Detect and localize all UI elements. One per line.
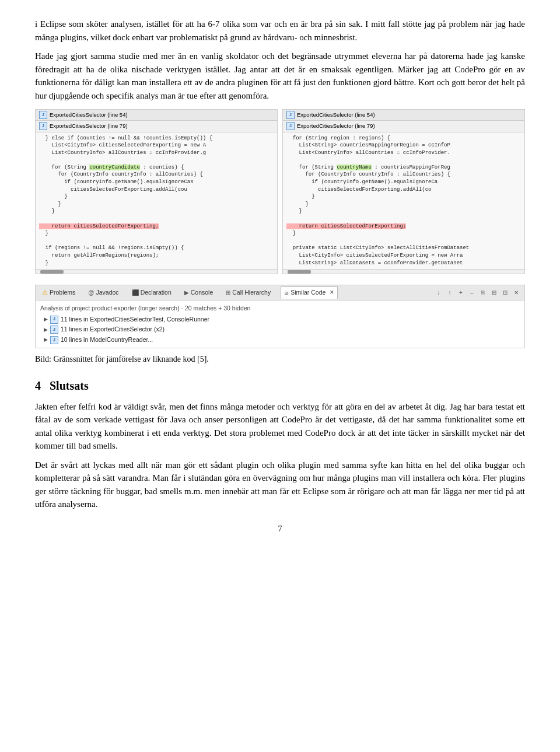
java-file-icon-left2: J xyxy=(39,122,47,130)
code-line: } xyxy=(286,230,521,237)
code-line: } xyxy=(39,208,274,215)
code-line: citiesSelectedForExporting.addAll(cou xyxy=(39,186,274,194)
java-icon-1: J xyxy=(50,316,58,324)
code-line: } xyxy=(39,260,274,267)
scrollbar-right[interactable] xyxy=(283,269,524,274)
file-icon-1: J xyxy=(50,316,58,324)
java-file-icon-right: J xyxy=(286,111,295,119)
scrollbar-thumb-right[interactable] xyxy=(288,270,311,274)
code-line: List<String> allDatasets = ccInfoProvide… xyxy=(286,260,521,267)
section-heading: 4 Slutsats xyxy=(35,377,525,394)
similar-code-icon: ≋ xyxy=(284,289,289,298)
tree-item-2[interactable]: ▶ J 11 lines in ExportedCitiesSelector (… xyxy=(40,324,520,335)
code-line: if (regions != null && !regions.isEmpty(… xyxy=(39,244,274,252)
code-line: List<String> countriesMappingForRegion =… xyxy=(286,142,521,149)
tab-problems-label: Problems xyxy=(50,288,75,298)
tab-similar-code-label: Similar Code xyxy=(290,288,326,298)
file-icon-2: J xyxy=(50,326,58,334)
toolbar-btn-copy[interactable]: ⎘ xyxy=(478,288,488,298)
java-file-icon-right2: J xyxy=(286,122,295,130)
intro-text-1: i Eclipse som sköter analysen, istället … xyxy=(35,19,525,42)
code-line: return citiesSelectedForExporting; xyxy=(286,223,521,230)
section-text-1: Jakten efter felfri kod är väldigt svår,… xyxy=(35,402,525,451)
code-line: for (String region : regions) { xyxy=(286,135,521,142)
code-panel-left-title1: ExportedCitiesSelector (line 54) xyxy=(50,111,128,119)
code-line: for (CountryInfo countryInfo : allCountr… xyxy=(286,171,521,179)
code-panel-left-header: J ExportedCitiesSelector (line 54) xyxy=(36,110,277,121)
code-line xyxy=(39,215,274,223)
code-line: if (countryInfo.getName().equalsIgnoreCa xyxy=(286,179,521,186)
code-line: } xyxy=(286,208,521,215)
intro-paragraph-2: Hade jag gjort samma studie med mer än e… xyxy=(35,50,525,102)
tree-item-1[interactable]: ▶ J 11 lines in ExportedCitiesSelectorTe… xyxy=(40,314,520,325)
toolbar-btn-down[interactable]: ↓ xyxy=(434,288,443,298)
toolbar-btn-up[interactable]: ↑ xyxy=(445,288,454,298)
tab-javadoc[interactable]: @ Javadoc xyxy=(85,287,121,299)
code-panel-left: J ExportedCitiesSelector (line 54) J Exp… xyxy=(35,109,278,274)
toolbar-right-buttons: ↓ ↑ + – ⎘ ⊟ ⊡ ✕ xyxy=(434,288,521,298)
code-line xyxy=(286,215,521,223)
declaration-icon: ⬛ xyxy=(132,288,139,297)
warning-icon: ⚠ xyxy=(42,288,48,298)
tree-item-3[interactable]: ▶ J 10 lines in ModelCountryReader... xyxy=(40,335,520,345)
toolbar-btn-settings[interactable]: ⊡ xyxy=(501,288,510,298)
code-line xyxy=(286,156,521,164)
code-line: citiesSelectedForExporting.addAll(co xyxy=(286,186,521,194)
scrollbar-left[interactable] xyxy=(36,269,277,274)
section-title: Slutsats xyxy=(50,379,89,392)
toolbar-btn-filter[interactable]: ⊟ xyxy=(489,288,499,298)
eclipse-tab-bar: ⚠ Problems @ Javadoc ⬛ Declaration ▶ Con… xyxy=(36,285,524,300)
toolbar-btn-close-panel[interactable]: ✕ xyxy=(512,288,521,298)
tab-javadoc-label: Javadoc xyxy=(96,288,119,298)
code-line xyxy=(39,237,274,245)
caption-text: Bild: Gränssnittet för jämförelse av lik… xyxy=(35,355,209,363)
code-comparison-screenshot: J ExportedCitiesSelector (line 54) J Exp… xyxy=(35,109,525,274)
code-panel-right-header: J ExportedCitiesSelector (line 54) xyxy=(283,110,524,121)
section-paragraph-2: Det är svårt att lyckas med allt när man… xyxy=(35,459,525,511)
toolbar-btn-minus[interactable]: – xyxy=(467,288,477,298)
section-number: 4 xyxy=(35,379,41,392)
code-line: for (String countryName : countriesMappi… xyxy=(286,164,521,172)
code-line: List<CityInfo> citiesSelectedForExportin… xyxy=(286,252,521,260)
tab-problems[interactable]: ⚠ Problems xyxy=(39,286,78,299)
toolbar-btn-add[interactable]: + xyxy=(456,288,466,298)
tree-arrow-3[interactable]: ▶ xyxy=(44,336,48,344)
tree-item-label-3: 10 lines in ModelCountryReader... xyxy=(61,335,153,345)
eclipse-content: Analysis of project product-exporter (lo… xyxy=(36,300,524,348)
tree-item-label-1: 11 lines in ExportedCitiesSelectorTest, … xyxy=(61,315,209,324)
section-text-2: Det är svårt att lyckas med allt när man… xyxy=(35,460,525,509)
code-line: for (CountryInfo countryInfo : allCountr… xyxy=(39,171,274,179)
code-panel-left-title2: ExportedCitiesSelector (line 79) xyxy=(50,122,128,130)
tab-similar-code[interactable]: ≋ Similar Code ✕ xyxy=(281,286,338,299)
scrollbar-thumb-left[interactable] xyxy=(40,270,64,274)
section-paragraph-1: Jakten efter felfri kod är väldigt svår,… xyxy=(35,400,525,453)
code-line: } xyxy=(39,201,274,208)
tab-declaration[interactable]: ⬛ Declaration xyxy=(129,287,174,299)
code-body-right: for (String region : regions) { List<Str… xyxy=(283,132,524,270)
tab-console[interactable]: ▶ Console xyxy=(181,287,216,299)
code-line: List<CountryInfo> allCountries = ccInfoP… xyxy=(286,149,521,157)
code-line: if (countryInfo.getName().equalsIgnoreCa… xyxy=(39,179,274,186)
tree-arrow-1[interactable]: ▶ xyxy=(44,316,48,324)
code-line xyxy=(39,156,274,164)
code-line: for (String countryCandidate : counties)… xyxy=(39,164,274,172)
tab-call-hierarchy[interactable]: ⊞ Call Hierarchy xyxy=(223,287,274,299)
java-icon-3: J xyxy=(50,336,58,344)
close-icon[interactable]: ✕ xyxy=(330,289,334,297)
tree-item-label-2: 11 lines in ExportedCitiesSelector (x2) xyxy=(61,325,164,334)
code-line: } xyxy=(286,201,521,208)
code-panel-left-header2: J ExportedCitiesSelector (line 79) xyxy=(36,121,277,132)
page-number-value: 7 xyxy=(278,524,282,533)
file-icon-3: J xyxy=(50,336,58,344)
code-panel-right-header2: J ExportedCitiesSelector (line 79) xyxy=(283,121,524,132)
intro-text-2: Hade jag gjort samma studie med mer än e… xyxy=(35,51,525,100)
tab-console-label: Console xyxy=(191,288,214,298)
javadoc-icon: @ xyxy=(88,288,94,297)
hierarchy-icon: ⊞ xyxy=(226,288,230,297)
tree-arrow-2[interactable]: ▶ xyxy=(44,326,48,334)
code-line: return getAllFromRegions(regions); xyxy=(39,252,274,260)
code-body-left: } else if (counties != null && !counties… xyxy=(36,132,277,270)
java-icon-2: J xyxy=(50,326,58,334)
java-file-icon-left: J xyxy=(39,111,47,119)
console-icon: ▶ xyxy=(184,288,189,297)
